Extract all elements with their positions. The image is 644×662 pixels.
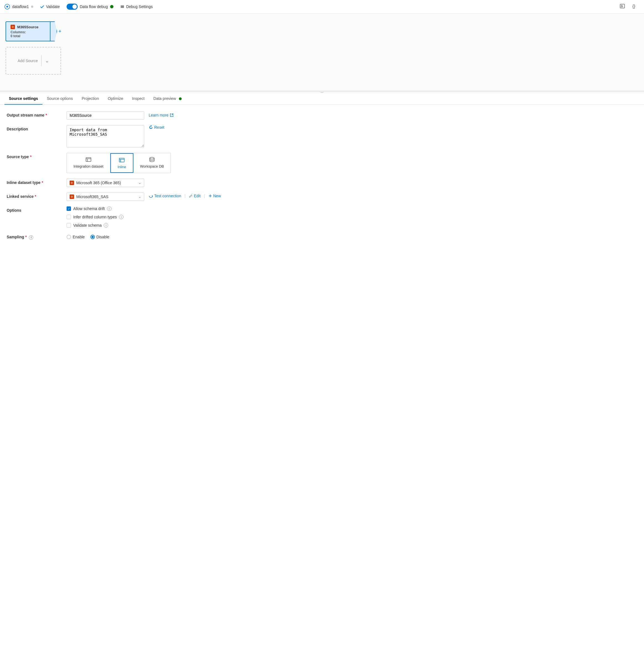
linked-service-chevron: ⌄ xyxy=(138,195,141,199)
node-plus-button[interactable]: + xyxy=(57,28,63,34)
new-linked-service-button[interactable]: New xyxy=(208,194,221,198)
add-source-box[interactable]: Add Source ⌄ xyxy=(5,47,61,75)
allow-schema-drift-checkbox[interactable]: ✓ xyxy=(67,206,71,211)
disable-radio[interactable] xyxy=(90,235,95,239)
json-icon-button[interactable]: {} xyxy=(629,2,640,11)
linked-service-row: Linked service* O Microsoft365_SAS ⌄ xyxy=(7,193,637,201)
debug-settings-icon xyxy=(120,4,124,9)
app-title: dataflow1 xyxy=(12,4,29,9)
reset-button[interactable]: Reset xyxy=(149,125,164,130)
source-type-group: Integration dataset Inline xyxy=(67,153,171,173)
node-name: M365Source xyxy=(17,25,39,29)
description-row: Description Import data from Microsoft36… xyxy=(7,125,637,147)
edit-linked-service-button[interactable]: Edit xyxy=(189,194,201,198)
reset-icon xyxy=(149,125,153,130)
options-group: ✓ Allow schema drift i Infer drifted col… xyxy=(67,206,123,227)
tab-source-options[interactable]: Source options xyxy=(42,93,77,105)
script-icon xyxy=(620,3,625,9)
learn-more-button[interactable]: Learn more xyxy=(149,111,174,117)
output-stream-name-input[interactable] xyxy=(67,111,144,119)
m365-select-icon: O xyxy=(70,181,74,185)
m365-linked-icon: O xyxy=(70,195,74,199)
debug-status-dot xyxy=(110,5,113,8)
node-columns: Columns: 0 total xyxy=(10,30,45,38)
option-validate-schema: Validate schema i xyxy=(67,223,123,227)
options-row: Options ✓ Allow schema drift i Infer dri… xyxy=(7,206,637,227)
output-stream-name-row: Output stream name* Learn more xyxy=(7,111,637,119)
integration-dataset-icon xyxy=(86,156,92,162)
svg-rect-1 xyxy=(121,5,124,6)
inline-icon xyxy=(119,157,125,163)
dataflow-icon xyxy=(4,4,10,9)
source-type-integration-dataset[interactable]: Integration dataset xyxy=(67,153,110,173)
add-source-label: Add Source xyxy=(18,59,41,63)
svg-point-17 xyxy=(150,157,154,159)
add-source-chevron-icon: ⌄ xyxy=(42,58,49,64)
workspace-db-icon xyxy=(149,156,155,162)
source-type-row: Source type* Integration dataset xyxy=(7,153,637,173)
tabs-bar: Source settings Source options Projectio… xyxy=(0,93,644,105)
debug-toggle[interactable] xyxy=(67,4,78,10)
new-linked-service-icon xyxy=(208,194,212,198)
svg-rect-2 xyxy=(121,6,124,7)
source-type-control: Integration dataset Inline xyxy=(67,153,637,173)
inline-dataset-type-label: Inline dataset type* xyxy=(7,179,62,185)
debug-label: Data flow debug xyxy=(80,4,108,9)
tab-projection[interactable]: Projection xyxy=(77,93,103,105)
validate-icon xyxy=(40,4,44,9)
edit-icon xyxy=(189,194,193,198)
svg-rect-9 xyxy=(86,158,91,161)
linked-service-select[interactable]: O Microsoft365_SAS ⌄ xyxy=(67,193,144,201)
top-right-actions: {} xyxy=(617,2,640,11)
test-connection-button[interactable]: Test connection xyxy=(149,194,181,198)
tab-inspect[interactable]: Inspect xyxy=(128,93,149,105)
linked-service-label: Linked service* xyxy=(7,193,62,199)
sampling-disable[interactable]: Disable xyxy=(90,235,110,239)
validate-schema-info[interactable]: i xyxy=(104,223,108,227)
validate-button[interactable]: Validate xyxy=(38,3,62,10)
linked-service-actions: Test connection | Edit | New xyxy=(149,193,221,198)
description-textarea[interactable]: Import data from Microsoft365_SAS xyxy=(67,125,144,147)
description-label: Description xyxy=(7,125,62,131)
options-control: ✓ Allow schema drift i Infer drifted col… xyxy=(67,206,637,227)
source-type-inline[interactable]: Inline xyxy=(110,153,133,173)
sampling-enable[interactable]: Enable xyxy=(67,235,85,239)
code-icon-button[interactable] xyxy=(617,2,627,11)
enable-radio[interactable] xyxy=(67,235,71,239)
infer-drifted-info[interactable]: i xyxy=(119,215,123,219)
source-type-label: Source type* xyxy=(7,153,62,159)
sampling-label: Sampling* i xyxy=(7,233,62,240)
infer-drifted-checkbox[interactable] xyxy=(67,215,71,219)
tab-data-preview[interactable]: Data preview xyxy=(149,93,186,105)
test-connection-icon xyxy=(149,194,153,198)
output-stream-name-control: Learn more xyxy=(67,111,637,119)
allow-schema-drift-info[interactable]: i xyxy=(107,206,112,211)
node-body: O M365Source Columns: 0 total xyxy=(5,21,50,41)
debug-toggle-container: Data flow debug xyxy=(67,4,113,10)
app-logo: dataflow1 xyxy=(4,4,33,9)
sampling-control: Enable Disable xyxy=(67,233,637,239)
node-arrow xyxy=(50,21,57,41)
sampling-info[interactable]: i xyxy=(29,235,33,240)
top-bar: dataflow1 Validate Data flow debug Debug… xyxy=(0,0,644,14)
braces-icon: {} xyxy=(632,3,637,9)
inline-dataset-type-control: O Microsoft 365 (Office 365) ⌄ xyxy=(67,179,637,187)
option-allow-schema-drift: ✓ Allow schema drift i xyxy=(67,206,123,211)
m365-node-icon: O xyxy=(10,25,15,29)
inline-dataset-type-chevron: ⌄ xyxy=(138,181,141,185)
unsaved-indicator xyxy=(31,5,33,8)
canvas-area: O M365Source Columns: 0 total + Add Sour… xyxy=(0,14,644,91)
svg-rect-3 xyxy=(121,7,124,8)
inline-dataset-type-select[interactable]: O Microsoft 365 (Office 365) ⌄ xyxy=(67,179,144,187)
tab-optimize[interactable]: Optimize xyxy=(104,93,128,105)
source-node[interactable]: O M365Source Columns: 0 total + xyxy=(5,21,57,41)
external-link-icon xyxy=(170,113,174,117)
description-control: Import data from Microsoft365_SAS Reset xyxy=(67,125,637,147)
source-type-workspace-db[interactable]: Workspace DB xyxy=(133,153,170,173)
validate-schema-checkbox[interactable] xyxy=(67,223,71,227)
inline-dataset-type-row: Inline dataset type* O Microsoft 365 (Of… xyxy=(7,179,637,187)
data-preview-status-dot xyxy=(179,97,182,100)
debug-settings-button[interactable]: Debug Settings xyxy=(118,3,155,10)
options-label: Options xyxy=(7,206,62,213)
tab-source-settings[interactable]: Source settings xyxy=(4,93,42,105)
